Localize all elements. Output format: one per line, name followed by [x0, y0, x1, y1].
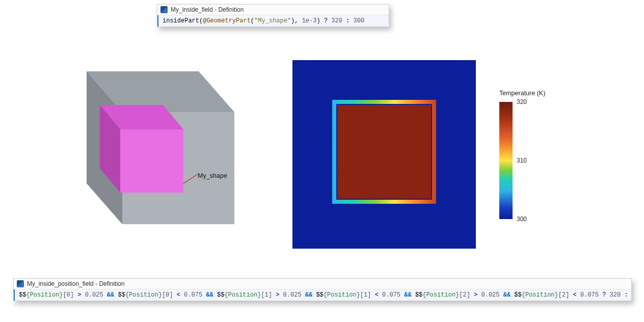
definition-window-inside-position-field: My_inside_position_field - Definition $$…	[13, 278, 632, 301]
color-legend: Temperature (K) 320 310 300	[499, 90, 571, 100]
code-annotation: @GeometryPart	[203, 17, 251, 24]
code-fn: insidePart	[163, 17, 199, 24]
inner-cube-front	[120, 129, 183, 193]
geometry-svg	[31, 56, 245, 260]
legend-tick: 310	[517, 157, 527, 164]
legend-tick: 300	[517, 216, 527, 223]
app-icon	[17, 280, 24, 287]
legend-colorbar	[499, 102, 513, 219]
hot-core	[337, 105, 431, 199]
app-icon	[160, 6, 168, 13]
window-title: My_inside_field - Definition	[171, 6, 244, 13]
definition-window-inside-field: My_inside_field - Definition insidePart(…	[157, 4, 389, 27]
legend-title: Temperature (K)	[499, 90, 571, 97]
code-string: "My_shape"	[254, 17, 291, 24]
code-editor[interactable]: $${Position}[0] > 0.025 && $${Position}[…	[14, 289, 631, 301]
window-titlebar: My_inside_position_field - Definition	[14, 279, 631, 289]
code-editor[interactable]: insidePart(@GeometryPart("My_shape"), 1e…	[157, 15, 389, 26]
temperature-field-plot[interactable]	[292, 60, 476, 249]
window-title: My_inside_position_field - Definition	[27, 280, 124, 287]
legend-tick: 320	[517, 98, 527, 105]
window-titlebar: My_inside_field - Definition	[157, 5, 389, 15]
geometry-3d-view[interactable]: My_shape	[31, 56, 245, 260]
